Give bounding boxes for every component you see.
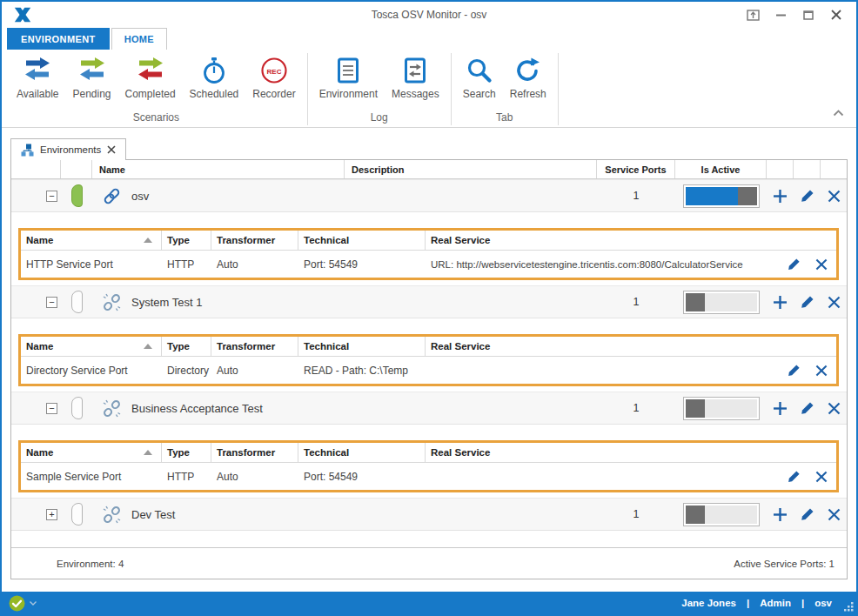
expand-icon[interactable]: + [46, 509, 57, 520]
port-header-name[interactable]: Name [21, 231, 162, 250]
is-active-toggle[interactable] [683, 397, 760, 420]
status-ok-icon[interactable] [9, 595, 25, 612]
port-header-transformer[interactable]: Transformer [211, 231, 298, 250]
tab-environments[interactable]: Environments [10, 138, 126, 160]
scheduled-button[interactable]: Scheduled [184, 53, 245, 102]
port-header-transformer[interactable]: Transformer [211, 443, 298, 462]
delete-port-button[interactable] [811, 254, 832, 275]
port-header-name[interactable]: Name [21, 443, 162, 462]
port-header-name[interactable]: Name [21, 337, 162, 356]
edit-port-button[interactable] [783, 466, 804, 487]
add-service-port-button[interactable] [770, 185, 791, 206]
resize-grip[interactable] [843, 601, 854, 612]
tab-home[interactable]: HOME [111, 28, 167, 50]
environment-log-button[interactable]: Environment [313, 53, 384, 102]
is-active-toggle[interactable] [683, 503, 760, 526]
service-port-row: Sample Service Port HTTP Auto Port: 5454… [21, 463, 836, 490]
grid-summary-bar: Environment: 4 Active Service Ports: 1 [11, 547, 847, 579]
is-active-toggle[interactable] [683, 184, 760, 208]
service-port-row: HTTP Service Port HTTP Auto Port: 54549 … [21, 251, 836, 278]
header-is-active[interactable]: Is Active [675, 160, 767, 178]
port-header-real-service[interactable]: Real Service [426, 443, 781, 462]
collapse-icon[interactable]: − [46, 403, 57, 414]
close-tab-icon[interactable] [107, 145, 116, 154]
collapse-ribbon-icon[interactable] [833, 104, 844, 120]
header-name[interactable]: Name [92, 160, 345, 178]
header-description[interactable]: Description [345, 160, 597, 178]
completed-sync-icon [135, 55, 166, 86]
svg-text:REC: REC [267, 68, 282, 76]
collapse-icon[interactable]: − [46, 297, 57, 308]
status-chevron-down-icon[interactable] [30, 601, 37, 606]
available-button[interactable]: Available [10, 53, 64, 102]
delete-port-button[interactable] [811, 360, 832, 381]
service-port-table-osv: Name Type Transformer Technical Real Ser… [18, 228, 839, 280]
delete-environment-button[interactable] [823, 504, 844, 525]
app-window: Tosca OSV Monitor - osv ENVIRONMENT HOME [0, 0, 858, 616]
add-service-port-button[interactable] [770, 504, 791, 525]
environment-row-business-acceptance-test: − Business Acceptance Test [11, 392, 847, 425]
header-service-ports[interactable]: Service Ports [597, 160, 675, 178]
port-technical: READ - Path: C:\Temp [298, 365, 426, 377]
sort-asc-icon [144, 450, 152, 455]
add-service-port-button[interactable] [770, 398, 791, 418]
header-delete-col [821, 160, 847, 178]
port-header-type[interactable]: Type [162, 231, 211, 250]
add-service-port-button[interactable] [770, 291, 791, 312]
environment-row-dev-test: + Dev Test 1 [11, 498, 847, 531]
collapse-icon[interactable]: − [46, 191, 57, 202]
port-header-technical[interactable]: Technical [298, 231, 426, 250]
delete-environment-button[interactable] [823, 185, 844, 206]
recorder-button[interactable]: REC Recorder [246, 53, 301, 102]
port-transformer: Auto [211, 365, 298, 377]
port-header-technical[interactable]: Technical [298, 337, 426, 356]
edit-environment-button[interactable] [797, 398, 818, 418]
maximize-icon[interactable] [801, 8, 816, 22]
ribbon-tab-strip: ENVIRONMENT HOME [2, 28, 856, 50]
edit-environment-button[interactable] [797, 291, 818, 312]
tab-environment[interactable]: ENVIRONMENT [7, 28, 110, 50]
port-transformer: Auto [211, 258, 298, 271]
delete-port-button[interactable] [811, 466, 832, 487]
edit-port-button[interactable] [783, 360, 804, 381]
group-label-tab: Tab [457, 109, 553, 125]
port-header-real-service[interactable]: Real Service [426, 337, 781, 356]
pin-window-icon[interactable] [745, 8, 761, 22]
minimize-icon[interactable] [773, 8, 788, 22]
edit-environment-button[interactable] [797, 504, 818, 525]
delete-environment-button[interactable] [823, 398, 844, 418]
search-button[interactable]: Search [457, 53, 502, 102]
ribbon-group-log: Environment Messages Log [308, 53, 452, 125]
is-active-toggle[interactable] [683, 291, 760, 314]
stopwatch-icon [200, 55, 228, 86]
port-header-transformer[interactable]: Transformer [211, 337, 298, 356]
group-label-log: Log [313, 109, 446, 125]
port-name: Directory Service Port [21, 365, 162, 377]
edit-port-button[interactable] [783, 254, 804, 275]
pending-button[interactable]: Pending [66, 53, 117, 102]
port-header-type[interactable]: Type [162, 443, 211, 462]
refresh-icon [514, 55, 542, 86]
status-environment: osv [814, 598, 832, 608]
port-header-row: Name Type Transformer Technical Real Ser… [21, 443, 836, 463]
environment-name: Business Acceptance Test [131, 402, 263, 415]
port-name: Sample Service Port [21, 471, 162, 483]
messages-icon [401, 55, 429, 86]
service-ports-count: 1 [633, 296, 640, 308]
header-status-col [61, 160, 92, 178]
edit-environment-button[interactable] [797, 185, 818, 206]
port-header-technical[interactable]: Technical [298, 443, 426, 462]
close-icon[interactable] [828, 8, 844, 22]
refresh-button[interactable]: Refresh [504, 53, 553, 102]
port-header-type[interactable]: Type [162, 337, 211, 356]
delete-environment-button[interactable] [823, 291, 844, 312]
port-type: HTTP [162, 471, 211, 483]
port-header-real-service[interactable]: Real Service [426, 231, 781, 250]
port-technical: Port: 54549 [298, 471, 426, 483]
title-bar: Tosca OSV Monitor - osv [2, 2, 856, 28]
environment-description [345, 392, 597, 424]
grid-empty-area [11, 531, 847, 547]
environment-log-icon [334, 55, 362, 86]
completed-button[interactable]: Completed [119, 53, 182, 102]
messages-button[interactable]: Messages [385, 53, 446, 102]
